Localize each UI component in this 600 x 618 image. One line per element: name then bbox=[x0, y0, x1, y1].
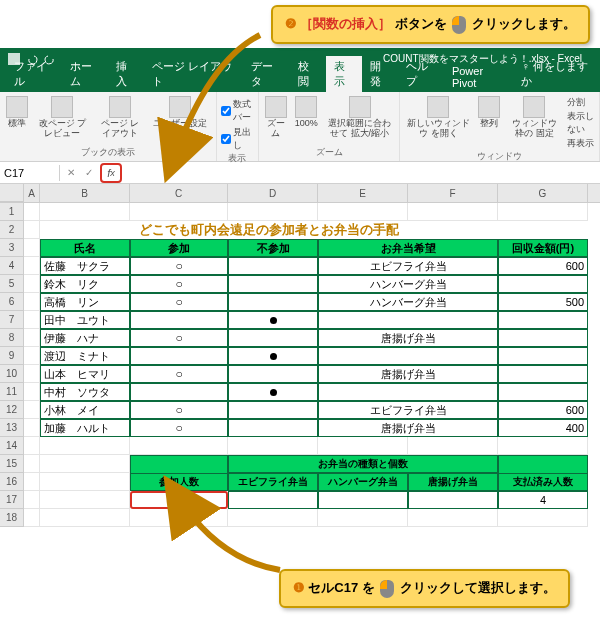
normal-view-button[interactable]: 標準 bbox=[4, 94, 30, 131]
cell-amount[interactable] bbox=[498, 311, 588, 329]
tab-view[interactable]: 表示 bbox=[326, 56, 362, 92]
unhide-button[interactable]: 再表示 bbox=[567, 137, 595, 150]
tab-file[interactable]: ファイル bbox=[6, 56, 62, 92]
cancel-icon[interactable]: ✕ bbox=[64, 166, 78, 180]
col-header[interactable]: B bbox=[40, 184, 130, 202]
cell-absent[interactable] bbox=[228, 311, 318, 329]
cell-bento[interactable]: ハンバーグ弁当 bbox=[318, 275, 498, 293]
cell-name[interactable]: 高橋 リン bbox=[40, 293, 130, 311]
cell-amount[interactable]: 600 bbox=[498, 257, 588, 275]
col-header[interactable]: D bbox=[228, 184, 318, 202]
newwindow-button[interactable]: 新しいウィンドウ を開く bbox=[404, 94, 472, 141]
cell-absent[interactable] bbox=[228, 365, 318, 383]
zoom100-button[interactable]: 100% bbox=[293, 94, 320, 131]
row-header[interactable]: 16 bbox=[0, 473, 24, 491]
cell-amount[interactable]: 500 bbox=[498, 293, 588, 311]
cell-attend[interactable] bbox=[130, 347, 228, 365]
row-header[interactable]: 15 bbox=[0, 455, 24, 473]
row-header[interactable]: 2 bbox=[0, 221, 24, 239]
cell-attend[interactable] bbox=[130, 383, 228, 401]
cell-amount[interactable] bbox=[498, 329, 588, 347]
enter-icon[interactable]: ✓ bbox=[82, 166, 96, 180]
row-header[interactable]: 1 bbox=[0, 203, 24, 221]
cell-attend[interactable]: ○ bbox=[130, 293, 228, 311]
cell-attend[interactable]: ○ bbox=[130, 275, 228, 293]
pagebreak-button[interactable]: 改ページ プレビュー bbox=[34, 94, 91, 141]
cell-attend[interactable]: ○ bbox=[130, 257, 228, 275]
tab-home[interactable]: ホーム bbox=[62, 56, 108, 92]
cell-name[interactable]: 加藤 ハルト bbox=[40, 419, 130, 437]
cell-paid-value[interactable]: 4 bbox=[498, 491, 588, 509]
cell[interactable] bbox=[408, 491, 498, 509]
col-header[interactable]: A bbox=[24, 184, 40, 202]
cell-bento[interactable]: ハンバーグ弁当 bbox=[318, 293, 498, 311]
cell-name[interactable]: 中村 ソウタ bbox=[40, 383, 130, 401]
cell-bento[interactable] bbox=[318, 347, 498, 365]
row-header[interactable]: 17 bbox=[0, 491, 24, 509]
row-header[interactable]: 14 bbox=[0, 437, 24, 455]
select-all-corner[interactable] bbox=[0, 184, 24, 202]
insert-function-button[interactable]: fx bbox=[100, 163, 122, 183]
col-header[interactable]: G bbox=[498, 184, 588, 202]
freeze-button[interactable]: ウィンドウ枠の 固定 bbox=[506, 94, 563, 141]
cell-absent[interactable] bbox=[228, 347, 318, 365]
cell-absent[interactable] bbox=[228, 383, 318, 401]
cell-amount[interactable] bbox=[498, 275, 588, 293]
cell-attend[interactable] bbox=[130, 311, 228, 329]
cell-amount[interactable] bbox=[498, 383, 588, 401]
cell-name[interactable]: 鈴木 リク bbox=[40, 275, 130, 293]
split-button[interactable]: 分割 bbox=[567, 96, 595, 109]
worksheet[interactable]: A B C D E F G 1 2 どこでも町内会遠足の参加者とお弁当の手配 3… bbox=[0, 184, 600, 527]
row-header[interactable]: 8 bbox=[0, 329, 24, 347]
cell-bento[interactable]: 唐揚げ弁当 bbox=[318, 329, 498, 347]
row-header[interactable]: 12 bbox=[0, 401, 24, 419]
name-box[interactable] bbox=[0, 165, 60, 181]
cell-name[interactable]: 渡辺 ミナト bbox=[40, 347, 130, 365]
cell-bento[interactable]: エビフライ弁当 bbox=[318, 401, 498, 419]
cell[interactable] bbox=[318, 491, 408, 509]
cell-bento[interactable]: エビフライ弁当 bbox=[318, 257, 498, 275]
cell-absent[interactable] bbox=[228, 329, 318, 347]
cell-absent[interactable] bbox=[228, 257, 318, 275]
cell-bento[interactable]: 唐揚げ弁当 bbox=[318, 365, 498, 383]
tab-insert[interactable]: 挿入 bbox=[108, 56, 144, 92]
cell-name[interactable]: 山本 ヒマリ bbox=[40, 365, 130, 383]
cell-amount[interactable] bbox=[498, 365, 588, 383]
cell-name[interactable]: 田中 ユウト bbox=[40, 311, 130, 329]
row-header[interactable]: 5 bbox=[0, 275, 24, 293]
cell-absent[interactable] bbox=[228, 293, 318, 311]
cell-amount[interactable]: 600 bbox=[498, 401, 588, 419]
cell-attend[interactable]: ○ bbox=[130, 365, 228, 383]
cell-absent[interactable] bbox=[228, 401, 318, 419]
row-header[interactable]: 13 bbox=[0, 419, 24, 437]
tab-power[interactable]: Power Pivot bbox=[444, 62, 514, 92]
tab-tell[interactable]: ♀ 何をしますか bbox=[513, 56, 600, 92]
hide-button[interactable]: 表示しない bbox=[567, 110, 595, 136]
row-header[interactable]: 18 bbox=[0, 509, 24, 527]
pagelayout-button[interactable]: ページ レイアウト bbox=[95, 94, 146, 141]
cell-name[interactable]: 伊藤 ハナ bbox=[40, 329, 130, 347]
row-header[interactable]: 7 bbox=[0, 311, 24, 329]
cell-name[interactable]: 佐藤 サクラ bbox=[40, 257, 130, 275]
col-header[interactable]: C bbox=[130, 184, 228, 202]
cell-name[interactable]: 小林 メイ bbox=[40, 401, 130, 419]
row-header[interactable]: 3 bbox=[0, 239, 24, 257]
zoomsel-button[interactable]: 選択範囲に合わせて 拡大/縮小 bbox=[324, 94, 396, 141]
cell-bento[interactable]: 唐揚げ弁当 bbox=[318, 419, 498, 437]
cell-attend[interactable]: ○ bbox=[130, 419, 228, 437]
cell-absent[interactable] bbox=[228, 419, 318, 437]
cell-amount[interactable] bbox=[498, 347, 588, 365]
col-header[interactable]: F bbox=[408, 184, 498, 202]
row-header[interactable]: 11 bbox=[0, 383, 24, 401]
cell-attend[interactable]: ○ bbox=[130, 401, 228, 419]
row-header[interactable]: 4 bbox=[0, 257, 24, 275]
arrange-button[interactable]: 整列 bbox=[476, 94, 502, 131]
cell-bento[interactable] bbox=[318, 383, 498, 401]
cell-attend[interactable]: ○ bbox=[130, 329, 228, 347]
col-header[interactable]: E bbox=[318, 184, 408, 202]
tab-review[interactable]: 校閲 bbox=[290, 56, 326, 92]
row-header[interactable]: 10 bbox=[0, 365, 24, 383]
tab-help[interactable]: ヘルプ bbox=[398, 56, 444, 92]
cell-bento[interactable] bbox=[318, 311, 498, 329]
cell-amount[interactable]: 400 bbox=[498, 419, 588, 437]
